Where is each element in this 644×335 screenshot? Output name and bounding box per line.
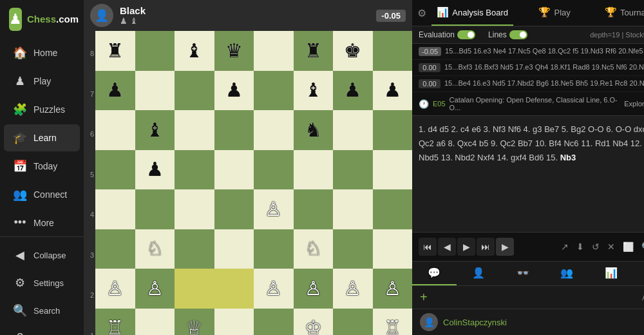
square-a8[interactable]: ♜ xyxy=(95,31,135,71)
square-b1[interactable] xyxy=(135,309,175,336)
square-d7[interactable]: ♟ xyxy=(214,71,254,111)
flip-btn[interactable]: ↺ xyxy=(589,239,602,254)
member-tab-spectators[interactable]: 👓 xyxy=(500,262,545,285)
square-e5[interactable] xyxy=(254,150,294,190)
square-c4[interactable] xyxy=(175,189,214,229)
last-btn[interactable]: ⏭ xyxy=(477,238,495,256)
square-h6[interactable] xyxy=(373,110,413,150)
play-btn[interactable]: ▶ xyxy=(496,238,514,256)
member-name[interactable]: ColinStapczynski xyxy=(443,318,507,327)
close-btn[interactable]: ✕ xyxy=(605,239,618,254)
eval-toggle-switch[interactable] xyxy=(457,30,475,39)
square-h5[interactable] xyxy=(373,150,413,190)
next-btn[interactable]: ▶ xyxy=(457,238,475,256)
square-e1[interactable] xyxy=(254,309,294,336)
explorer-toggle[interactable]: Explorer xyxy=(624,99,644,108)
square-b6[interactable]: ♝ xyxy=(135,110,175,150)
square-c2[interactable] xyxy=(175,269,214,309)
square-f5[interactable] xyxy=(294,150,334,190)
square-b4[interactable] xyxy=(135,189,175,229)
square-e7[interactable] xyxy=(254,71,294,111)
download-btn[interactable]: ⬇ xyxy=(574,239,587,254)
engine-line-3[interactable]: 0.00 15...Be4 16.e3 Nd5 17.Nbd2 Bg6 18.N… xyxy=(412,76,644,92)
square-g1[interactable] xyxy=(333,309,373,336)
square-f1[interactable]: ♔ xyxy=(294,309,334,336)
square-c7[interactable] xyxy=(175,71,214,111)
square-b8[interactable] xyxy=(135,31,175,71)
square-d5[interactable] xyxy=(214,150,254,190)
sidebar-item-today[interactable]: 📅 Today xyxy=(4,153,80,180)
square-a5[interactable] xyxy=(95,150,135,190)
lines-toggle-switch[interactable] xyxy=(509,30,527,39)
square-e4[interactable]: ♙ xyxy=(254,189,294,229)
square-d4[interactable] xyxy=(214,189,254,229)
member-tab-chat[interactable]: 💬 xyxy=(412,262,457,285)
share-btn[interactable]: ↗ xyxy=(558,239,571,254)
square-c1[interactable]: ♕ xyxy=(175,309,214,336)
tab-play[interactable]: 🏆 Play xyxy=(513,0,595,26)
diagram-btn[interactable]: ⬜ xyxy=(620,239,636,254)
square-d1[interactable] xyxy=(214,309,254,336)
member-tab-stats[interactable]: 📊 xyxy=(589,262,634,285)
square-g3[interactable] xyxy=(333,229,373,269)
square-e6[interactable] xyxy=(254,110,294,150)
square-d2[interactable] xyxy=(214,269,254,309)
square-e8[interactable] xyxy=(254,31,294,71)
square-h1[interactable]: ♖ xyxy=(373,309,413,336)
square-d8[interactable]: ♛ xyxy=(214,31,254,71)
square-f7[interactable]: ♝ xyxy=(294,71,334,111)
sidebar-item-learn[interactable]: 🎓 Learn xyxy=(4,124,80,151)
sidebar-item-connect[interactable]: 👥 Connect xyxy=(4,181,80,208)
square-c6[interactable] xyxy=(175,110,214,150)
square-h4[interactable] xyxy=(373,189,413,229)
tab-analysis[interactable]: 📊 Analysis Board xyxy=(431,0,513,26)
square-a6[interactable] xyxy=(95,110,135,150)
square-g6[interactable] xyxy=(333,110,373,150)
square-e2[interactable]: ♙ xyxy=(254,269,294,309)
square-c8[interactable]: ♝ xyxy=(175,31,214,71)
engine-line-1[interactable]: -0.05 15...Bd5 16.e3 Ne4 17.Nc5 Qe8 18.Q… xyxy=(412,44,644,60)
lines-toggle[interactable]: Lines xyxy=(488,30,527,39)
square-a7[interactable]: ♟ xyxy=(95,71,135,111)
sidebar-item-play[interactable]: ♟ Play xyxy=(4,68,80,95)
square-f8[interactable]: ♜ xyxy=(294,31,334,71)
square-g8[interactable]: ♚ xyxy=(333,31,373,71)
square-b3[interactable]: ♘ xyxy=(135,229,175,269)
sidebar-item-home[interactable]: 🏠 Home xyxy=(4,39,80,66)
tab-tournaments[interactable]: 🏆 Tournaments xyxy=(596,0,644,26)
square-f6[interactable]: ♞ xyxy=(294,110,334,150)
square-g7[interactable]: ♟ xyxy=(333,71,373,111)
add-member-btn[interactable]: + xyxy=(420,290,428,305)
sidebar-help[interactable]: ? Help xyxy=(4,325,80,335)
square-g4[interactable] xyxy=(333,189,373,229)
square-h8[interactable] xyxy=(373,31,413,71)
sidebar-item-more[interactable]: ••• More xyxy=(4,209,80,236)
engine-line-2[interactable]: 0.00 15...Bxf3 16.Bxf3 Nd5 17.e3 Qh4 18.… xyxy=(412,60,644,76)
square-g5[interactable] xyxy=(333,150,373,190)
first-btn[interactable]: ⏮ xyxy=(419,238,437,256)
prev-btn[interactable]: ◀ xyxy=(438,238,456,256)
square-f3[interactable]: ♘ xyxy=(294,229,334,269)
square-h3[interactable] xyxy=(373,229,413,269)
square-f4[interactable] xyxy=(294,189,334,229)
square-a1[interactable]: ♖ xyxy=(95,309,135,336)
member-tab-members[interactable]: 👤 xyxy=(457,262,501,285)
square-a2[interactable]: ♙ xyxy=(95,269,135,309)
square-c5[interactable] xyxy=(175,150,214,190)
square-b2[interactable]: ♙ xyxy=(135,269,175,309)
search-position-btn[interactable]: 🔍 xyxy=(639,239,644,254)
square-e3[interactable] xyxy=(254,229,294,269)
member-tab-games[interactable]: ♟ xyxy=(634,262,644,285)
gear-button[interactable]: ⚙ xyxy=(412,0,431,26)
sidebar-collapse[interactable]: ◀ Collapse xyxy=(4,242,80,269)
square-g2[interactable]: ♙ xyxy=(333,269,373,309)
square-c3[interactable] xyxy=(175,229,214,269)
square-d6[interactable] xyxy=(214,110,254,150)
square-h2[interactable]: ♙ xyxy=(373,269,413,309)
square-b5[interactable]: ♟ xyxy=(135,150,175,190)
eval-toggle[interactable]: Evaluation xyxy=(419,30,475,39)
square-a3[interactable] xyxy=(95,229,135,269)
sidebar-settings[interactable]: ⚙ Settings xyxy=(4,269,80,296)
square-h7[interactable]: ♟ xyxy=(373,71,413,111)
square-f2[interactable]: ♙ xyxy=(294,269,334,309)
